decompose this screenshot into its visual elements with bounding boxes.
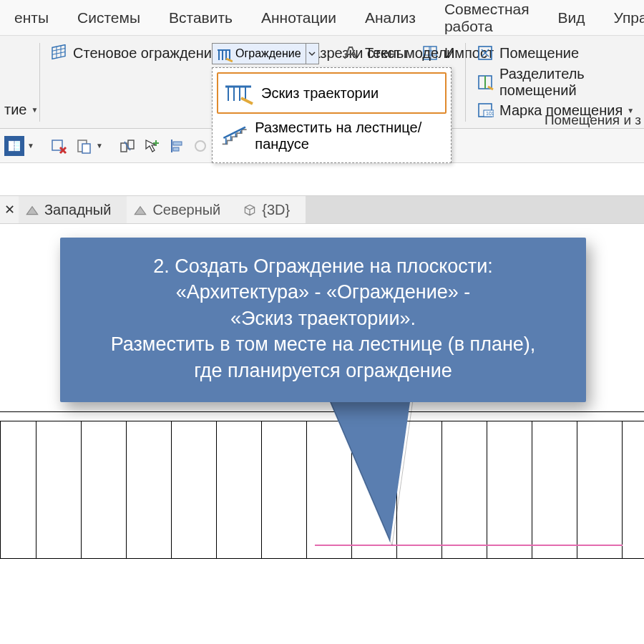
tab-3d[interactable]: {3D} [236,196,306,223]
ribbon-label: Текст модели [365,45,454,62]
qat-btn-paste[interactable] [73,136,93,156]
tab-west[interactable]: Западный [19,196,127,223]
annotation-callout: 2. Создать Ограждение на плоскости: «Арх… [60,238,586,402]
cube-icon [242,202,258,218]
ribbon-label: тие [4,102,26,118]
chevron-down-icon [308,50,316,57]
railing-dropdown-menu: Эскиз траектории Разместить на лестнице/… [212,67,452,163]
svg-rect-49 [173,147,179,151]
railing-sketch-icon [223,79,254,107]
qat-btn-properties[interactable] [4,136,24,156]
room-separator-icon [477,74,494,91]
ribbon-divider [465,43,466,122]
svg-text:101: 101 [486,111,494,116]
ribbon-btn-room[interactable]: Помещение [471,43,585,63]
chevron-down-icon[interactable]: ▼ [96,142,103,150]
drawing-line [0,411,644,412]
tab-label: Северный [152,202,220,218]
dropdown-label: Разместить на лестнице/пандусе [255,119,442,152]
dropdown-item-sketch-path[interactable]: Эскиз траектории [217,72,447,114]
ribbon-btn-partial[interactable]: тие ▼ [0,100,44,119]
text-icon [342,44,359,62]
menu-item[interactable]: Вид [544,9,600,26]
drawing-line [0,558,644,559]
svg-line-19 [226,59,233,62]
menu-item[interactable]: Анализ [351,9,430,26]
ribbon-btn-model-text[interactable]: Текст модели [336,43,460,63]
menu-item[interactable]: Аннотации [247,9,351,26]
callout-line: Разместить в том месте на лестнице (в пл… [77,331,569,357]
railing-icon [215,46,231,62]
ribbon-divider [39,43,40,122]
elevation-icon [132,202,148,218]
room-icon [477,44,494,62]
callout-line: «Архитектура» - «Ограждение» - [77,279,569,305]
room-tag-icon: 101 [477,102,494,119]
callout-line: «Эскиз траектории». [77,306,569,331]
svg-rect-48 [173,142,182,145]
ribbon-label: Стеновое ограждение [73,45,220,62]
svg-rect-0 [52,45,65,59]
qat-btn-match[interactable] [117,136,137,156]
ribbon-btn-railing[interactable]: Ограждение [212,43,319,64]
tab-label: {3D} [262,202,290,218]
gear-icon [192,137,209,155]
svg-line-32 [241,98,253,104]
menu-item[interactable]: Вставить [155,9,247,26]
clipboard-icon [74,137,92,155]
elevation-icon [24,202,40,218]
tab-filler [306,196,644,223]
railing-dropdown-toggle[interactable] [306,44,318,64]
callout-line: где планируется ограждение [77,358,569,384]
view-tabs: ✕ Западный Северный {3D} [0,195,644,224]
qat-btn-disabled [190,136,210,156]
blank-area [0,163,644,195]
menu-item[interactable]: Совместная работа [430,1,544,35]
ribbon-btn-curtain-wall[interactable]: Стеновое ограждение [44,43,225,63]
qat-btn-activate[interactable] [142,136,162,156]
tab-label: Западный [44,202,111,218]
menu-item[interactable]: Управление [600,9,644,26]
dropdown-item-place-on-stair[interactable]: Разместить на лестнице/пандусе [217,114,447,158]
chevron-down-icon: ▼ [31,106,38,114]
svg-rect-38 [9,141,14,150]
callout-tail [326,392,447,550]
ribbon-label: Помещение [499,45,579,62]
dropdown-label: Эскиз траектории [261,85,379,102]
svg-marker-51 [326,392,411,542]
svg-rect-44 [82,144,90,153]
align-icon [167,137,185,155]
close-tab-button[interactable]: ✕ [0,202,19,218]
railing-stair-icon [221,122,248,150]
drawing-line [0,421,644,421]
ribbon-group-label: Помещения и з [545,112,641,128]
ribbon-label: Разделитель помещений [499,66,638,99]
grid-icon [50,44,67,62]
ribbon: тие ▼ Стеновое ограждение Схема разрезки… [0,36,644,129]
menu-item[interactable]: енты [0,9,63,26]
tab-north[interactable]: Северный [127,196,236,223]
properties-icon [7,137,21,155]
cursor-move-icon [143,137,160,155]
ribbon-btn-room-separator[interactable]: Разделитель помещений [471,64,644,100]
svg-rect-39 [15,141,20,150]
menu-item[interactable]: Системы [63,9,155,26]
svg-line-1 [52,49,65,52]
filter-icon [50,137,67,155]
qat-btn-filter[interactable] [49,136,69,156]
chevron-down-icon[interactable]: ▼ [27,142,34,150]
ribbon-label: Ограждение [235,47,301,60]
callout-line: 2. Создать Ограждение на плоскости: [77,253,569,279]
svg-point-50 [195,141,205,151]
menu-bar: енты Системы Вставить Аннотации Анализ С… [0,0,644,36]
qat-btn-align[interactable] [166,136,186,156]
match-icon [119,137,136,155]
svg-line-2 [52,52,65,55]
